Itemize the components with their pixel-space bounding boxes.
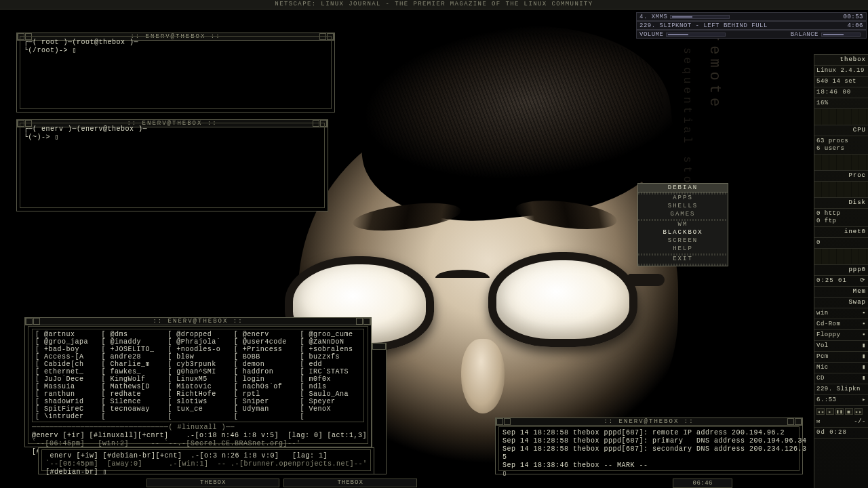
xmms-balance-slider[interactable] xyxy=(821,33,861,37)
irc-nick[interactable]: [ @dms xyxy=(102,331,163,338)
irc-nick[interactable]: [ @enerv xyxy=(234,331,295,338)
irc-nick[interactable]: [ bl0w xyxy=(167,353,229,361)
menu-item-apps[interactable]: APPS xyxy=(638,195,728,203)
taskbar-item[interactable]: THEBOX xyxy=(146,479,279,487)
irc-nick[interactable]: [ Sn1per xyxy=(234,398,295,405)
irc-nick[interactable]: [ +JOSELITO_ xyxy=(102,346,163,353)
irc-nick[interactable]: [ andre28 xyxy=(102,353,163,361)
taskbar-item[interactable]: THEBOX xyxy=(283,479,416,487)
dock-cd[interactable]: CD▮ xyxy=(814,373,868,384)
irc-nick[interactable]: [ Massuia xyxy=(35,383,96,390)
dock-mail[interactable]: ✉ -/- xyxy=(814,417,868,428)
terminal-irc-linuxall[interactable]: :: ENERV@THEBOX :: [ @artnux[ @groo_japa… xyxy=(24,317,372,447)
dock-media-buttons[interactable]: ◂◂ ▸ ▮▮ ■ ▸▸ xyxy=(814,406,868,417)
irc-nick[interactable]: [ Access-[A xyxy=(35,353,96,361)
irc-nick[interactable]: [ nachOs`of xyxy=(234,383,295,390)
shade-icon[interactable] xyxy=(504,418,511,425)
terminal-irc-debianbr[interactable]: enerv [+iw] [#debian-br][+cnt] .-[o:3 n:… xyxy=(38,447,374,474)
irc-nick[interactable]: [ Silence xyxy=(102,398,163,405)
irc-nick[interactable]: [ @user4code xyxy=(234,338,295,346)
irc-nick[interactable]: [ Saulo_Ana xyxy=(300,390,361,398)
dock-cdrom[interactable]: Cd-Rom▪ xyxy=(814,319,868,330)
xmms-track-row[interactable]: 229. SLIPKNOT - LEFT BEHIND FULL 4:06 xyxy=(636,21,867,30)
irc-nick[interactable]: [ ndls xyxy=(300,383,361,390)
dock-floppy[interactable]: Floppy▪ xyxy=(814,330,868,341)
irc-nick[interactable]: [ Miatovic xyxy=(167,383,229,390)
irc-nick[interactable]: [ IRC`STATS xyxy=(300,368,361,375)
irc-nick[interactable]: [ RichtHofe xyxy=(167,390,229,398)
dock-mic[interactable]: Mic▮ xyxy=(814,363,868,373)
prev-icon[interactable]: ◂◂ xyxy=(816,408,825,415)
irc-nick[interactable]: [ JuJo`Dece xyxy=(35,375,96,383)
terminal-syslog[interactable]: :: ENERV@THEBOX :: Sep 14 18:28:58 thebo… xyxy=(495,418,803,474)
irc-nick[interactable]: [ xyxy=(300,413,361,420)
irc-nick[interactable]: [ +Princess xyxy=(234,346,295,353)
irc-nick[interactable]: [ +sobralens xyxy=(300,346,361,353)
pause-icon[interactable]: ▮▮ xyxy=(835,408,844,415)
next-icon[interactable]: ▸▸ xyxy=(854,408,863,415)
irc-nick[interactable]: [ buzzxfs xyxy=(300,353,361,361)
irc-nick[interactable]: [ Cabide[ch xyxy=(35,361,96,368)
irc-nick[interactable]: [ LinuxM5 xyxy=(167,375,229,383)
debian-root-menu[interactable]: DEBIAN APPS SHELLS GAMES WM BLACKBOX SCR… xyxy=(637,183,728,266)
irc-nick[interactable]: [ slotiws xyxy=(167,398,229,405)
irc-nick[interactable]: [ VenoX xyxy=(300,405,361,413)
irc-nick[interactable]: [ cyb3rpunk xyxy=(167,361,229,368)
menu-item-games[interactable]: GAMES xyxy=(638,211,728,219)
terminal-root[interactable]: :: ENERV@THEBOX :: ┌─( root )─(root@theb… xyxy=(16,33,335,113)
dock-win[interactable]: win▪ xyxy=(814,308,868,319)
xmms-main-row[interactable]: 4. XMMS 00:53 xyxy=(636,12,867,21)
irc-nick[interactable]: [ @groo_cume xyxy=(300,331,361,338)
irc-nick[interactable]: [ SpitFireC xyxy=(35,405,96,413)
stop-icon[interactable]: ■ xyxy=(845,408,853,415)
menu-item-wm[interactable]: WM xyxy=(638,221,728,229)
irc-nick[interactable]: [ Speyer xyxy=(300,398,361,405)
menu-item-screen[interactable]: SCREEN xyxy=(638,237,728,245)
xmms-volbal-row[interactable]: VOLUME BALANCE xyxy=(636,30,867,39)
irc-nick[interactable]: [ Udyman xyxy=(234,405,295,413)
irc-nick[interactable]: [ @inaddy xyxy=(102,338,163,346)
irc-nick[interactable]: [ Charlie_m xyxy=(102,361,163,368)
xmms-volume-slider[interactable] xyxy=(666,33,726,37)
irc-nick[interactable]: [ tux_ce xyxy=(167,405,229,413)
irc-nick[interactable]: [ @Phrajola` xyxy=(167,338,229,346)
irc-nick[interactable]: [ tecnoaway xyxy=(102,405,163,413)
menu-item-blackbox[interactable]: BLACKBOX xyxy=(638,229,728,237)
irc-nick[interactable]: [ shadowrid xyxy=(35,398,96,405)
irc-nick[interactable]: [ \intruder xyxy=(35,413,96,420)
irc-nick[interactable]: [ g0han^SMI xyxy=(167,368,229,375)
menu-item-exit[interactable]: EXIT xyxy=(638,256,728,264)
terminal-title[interactable]: :: ENERV@THEBOX :: xyxy=(25,317,371,325)
irc-nick[interactable]: [ +bad-boy xyxy=(35,346,96,353)
irc-nick[interactable]: [ ranthun xyxy=(35,390,96,398)
irc-nick[interactable]: [ +noodles-o xyxy=(167,346,229,353)
irc-nick[interactable]: [ haddron xyxy=(234,368,295,375)
xmms-seek-slider[interactable] xyxy=(670,15,730,19)
irc-nick[interactable]: [ demon xyxy=(234,361,295,368)
terminal-enerv[interactable]: :: ENERV@THEBOX :: ┌─( enerv )─(enerv@th… xyxy=(16,119,328,211)
menu-item-shells[interactable]: SHELLS xyxy=(638,203,728,211)
dock-pcm[interactable]: Pcm▮ xyxy=(814,352,868,363)
irc-nick[interactable]: [ fawkes_ xyxy=(102,368,163,375)
play-icon[interactable]: ▸ xyxy=(826,408,834,415)
irc-nick[interactable]: [ xyxy=(102,413,163,420)
irc-nick[interactable]: [ BOBB xyxy=(234,353,295,361)
irc-nick[interactable]: [ edd xyxy=(300,361,361,368)
irc-nick[interactable]: [ xyxy=(167,413,229,420)
close-icon[interactable] xyxy=(496,418,503,425)
irc-nick[interactable]: [ @groo_japa xyxy=(35,338,96,346)
max-icon[interactable] xyxy=(787,418,794,425)
close-icon[interactable] xyxy=(26,318,33,325)
irc-nick[interactable]: [ KingWolf xyxy=(102,375,163,383)
irc-nick[interactable]: [ @artnux xyxy=(35,331,96,338)
menu-item-help[interactable]: HELP xyxy=(638,245,728,253)
max-icon[interactable] xyxy=(356,318,363,325)
irc-nick[interactable]: [ login xyxy=(234,375,295,383)
shade-icon[interactable] xyxy=(33,318,40,325)
irc-nick[interactable]: [ Mathews[D xyxy=(102,383,163,390)
min-icon[interactable] xyxy=(795,418,802,425)
irc-nick[interactable]: [ @dropped xyxy=(167,331,229,338)
terminal-title[interactable]: :: ENERV@THEBOX :: xyxy=(496,418,802,426)
irc-nick[interactable]: [ rptl xyxy=(234,390,295,398)
gkrellm-dock[interactable]: thebox Linux 2.4.19 540 14 set 18:46 00 … xyxy=(814,54,868,488)
